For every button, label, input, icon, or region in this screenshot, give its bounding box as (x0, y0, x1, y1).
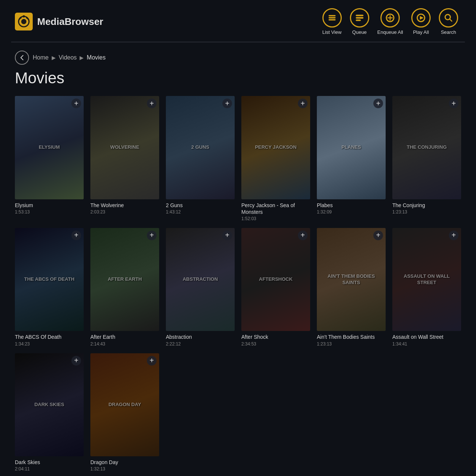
add-to-queue-button[interactable]: + (71, 231, 81, 240)
movie-duration: 2:14:43 (90, 341, 159, 347)
movie-title: After Shock (241, 334, 310, 340)
poster-text: ELYSIUM (36, 141, 63, 154)
movie-title: 2 Guns (166, 202, 235, 209)
breadcrumb-sep-2: ▶ (80, 55, 84, 61)
poster-text: PLANES (338, 141, 364, 154)
search-button[interactable]: Search (436, 7, 461, 36)
movie-card[interactable]: ABSTRACTION + Abstraction 2:22:12 (166, 228, 235, 347)
breadcrumb: Home ▶ Videos ▶ Movies (0, 42, 476, 68)
svg-line-16 (450, 19, 452, 22)
movie-title: Dark Skies (15, 459, 84, 466)
poster-text: THE CONJURING (404, 141, 450, 154)
queue-button[interactable]: Queue (347, 7, 372, 36)
breadcrumb-movies: Movies (87, 54, 106, 61)
play-all-button[interactable]: Play All (408, 7, 434, 36)
movie-title: Abstraction (166, 334, 235, 340)
add-to-queue-button[interactable]: + (71, 99, 81, 108)
movie-poster: THE CONJURING + (392, 96, 461, 199)
breadcrumb-sep-1: ▶ (52, 55, 56, 61)
logo-area: MediaBrowser (15, 13, 103, 30)
list-view-button[interactable]: List View (319, 7, 345, 36)
queue-icon (350, 8, 369, 28)
movie-card[interactable]: ASSAULT ON WALL STREET + Assault on Wall… (392, 228, 461, 347)
enqueue-all-button[interactable]: Enqueue All (374, 7, 406, 36)
add-to-queue-button[interactable]: + (147, 231, 157, 240)
search-label: Search (441, 29, 456, 35)
svg-rect-4 (329, 15, 335, 16)
movie-poster: PERCY JACKSON + (241, 96, 310, 199)
movie-card[interactable]: WOLVERINE + The Wolverine 2:03:23 (90, 96, 159, 221)
svg-point-3 (23, 15, 25, 17)
search-icon (439, 8, 458, 28)
poster-text: DARK SKIES (31, 399, 67, 411)
movie-duration: 1:52:03 (241, 216, 310, 221)
movie-title: After Earth (90, 334, 159, 340)
movie-poster: PLANES + (317, 96, 386, 199)
movie-card[interactable]: AIN'T THEM BODIES SAINTS + Ain't Them Bo… (317, 228, 386, 347)
list-view-icon (322, 8, 342, 28)
movie-title: Plabes (317, 202, 386, 209)
enqueue-all-label: Enqueue All (377, 29, 403, 35)
svg-marker-14 (420, 16, 424, 20)
movie-card[interactable]: 2 GUNS + 2 Guns 1:43:12 (166, 96, 235, 221)
movies-grid: ELYSIUM + Elysium 1:53:13 WOLVERINE + Th… (0, 96, 476, 476)
movie-duration: 1:23:13 (317, 341, 386, 347)
movie-duration: 1:34:41 (392, 341, 461, 347)
movie-title: The Conjuring (392, 202, 461, 209)
movie-poster: ASSAULT ON WALL STREET + (392, 228, 461, 331)
movie-poster: DRAGON DAY + (90, 353, 159, 457)
breadcrumb-text: Home ▶ Videos ▶ Movies (33, 54, 106, 61)
movie-duration: 2:22:12 (166, 341, 235, 347)
add-to-queue-button[interactable]: + (449, 99, 459, 108)
list-view-label: List View (322, 29, 342, 35)
movie-duration: 1:32:13 (90, 466, 159, 472)
movie-card[interactable]: AFTER EARTH + After Earth 2:14:43 (90, 228, 159, 347)
movie-poster: THE ABCS OF DEATH + (15, 228, 84, 331)
breadcrumb-home[interactable]: Home (33, 54, 49, 61)
movie-card[interactable]: THE CONJURING + The Conjuring 1:23:13 (392, 96, 461, 221)
add-to-queue-button[interactable]: + (222, 99, 232, 108)
add-to-queue-button[interactable]: + (449, 231, 459, 240)
movie-card[interactable]: PLANES + Plabes 1:32:09 (317, 96, 386, 221)
add-to-queue-button[interactable]: + (298, 99, 308, 108)
movie-poster: ELYSIUM + (15, 96, 84, 199)
movie-card[interactable]: THE ABCS OF DEATH + The ABCS Of Death 1:… (15, 228, 84, 347)
movie-duration: 1:32:09 (317, 209, 386, 215)
back-button[interactable] (15, 51, 29, 65)
svg-rect-7 (356, 15, 363, 16)
movie-duration: 2:04:11 (15, 466, 84, 472)
header: MediaBrowser List View (0, 0, 476, 42)
add-to-queue-button[interactable]: + (298, 231, 308, 240)
movie-card[interactable]: ELYSIUM + Elysium 1:53:13 (15, 96, 84, 221)
movie-title: Percy Jackson - Sea of Monsters (241, 202, 310, 215)
svg-rect-5 (329, 17, 335, 19)
breadcrumb-videos[interactable]: Videos (59, 54, 77, 61)
movie-title: The Wolverine (90, 202, 159, 209)
movie-duration: 2:34:53 (241, 341, 310, 347)
add-to-queue-button[interactable]: + (222, 231, 232, 240)
add-to-queue-button[interactable]: + (147, 356, 157, 366)
movie-title: Elysium (15, 202, 84, 209)
movie-card[interactable]: PERCY JACKSON + Percy Jackson - Sea of M… (241, 96, 310, 221)
poster-text: 2 GUNS (188, 141, 212, 154)
movie-poster: AFTERSHOCK + (241, 228, 310, 331)
movie-title: Ain't Them Bodies Saints (317, 334, 386, 340)
movie-card[interactable]: DRAGON DAY + Dragon Day 1:32:13 (90, 353, 159, 472)
movie-card[interactable]: AFTERSHOCK + After Shock 2:34:53 (241, 228, 310, 347)
poster-text: AFTER EARTH (105, 273, 145, 286)
add-to-queue-button[interactable]: + (147, 99, 157, 108)
queue-label: Queue (352, 29, 367, 35)
movie-poster: ABSTRACTION + (166, 228, 235, 331)
add-to-queue-button[interactable]: + (71, 356, 81, 366)
svg-point-2 (21, 19, 26, 24)
enqueue-all-icon (380, 8, 400, 28)
movie-poster: AFTER EARTH + (90, 228, 159, 331)
movie-card[interactable]: DARK SKIES + Dark Skies 2:04:11 (15, 353, 84, 472)
add-to-queue-button[interactable]: + (373, 231, 383, 240)
movie-poster: WOLVERINE + (90, 96, 159, 199)
movie-title: Dragon Day (90, 459, 159, 466)
poster-text: ASSAULT ON WALL STREET (392, 270, 461, 289)
movie-duration: 1:43:12 (166, 209, 235, 215)
play-all-label: Play All (413, 29, 429, 35)
add-to-queue-button[interactable]: + (373, 99, 383, 108)
